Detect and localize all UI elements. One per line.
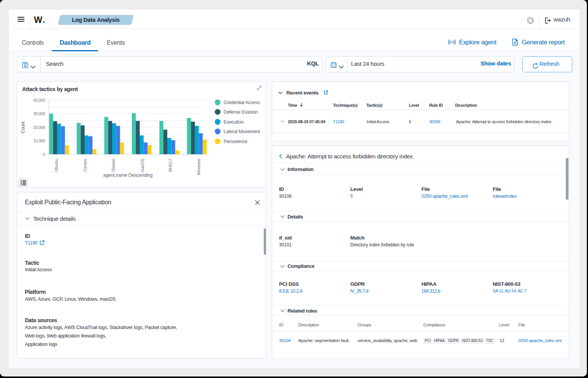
svg-text:Ubuntu: Ubuntu: [54, 159, 59, 172]
svg-text:RHEL7: RHEL7: [168, 159, 173, 172]
svg-text:agent.name Descending: agent.name Descending: [103, 173, 153, 178]
svg-text:Debian: Debian: [111, 159, 116, 172]
svg-text:Centos: Centos: [83, 158, 87, 171]
svg-text:30,000: 30,000: [33, 111, 45, 116]
svg-text:20,000: 20,000: [33, 125, 45, 130]
svg-text:Count: Count: [20, 121, 26, 133]
svg-text:macOS: macOS: [140, 159, 145, 173]
svg-text:0: 0: [43, 152, 45, 157]
svg-text:Windows: Windows: [196, 158, 201, 175]
svg-text:10,000: 10,000: [33, 138, 45, 143]
svg-text:40,000: 40,000: [33, 98, 45, 103]
